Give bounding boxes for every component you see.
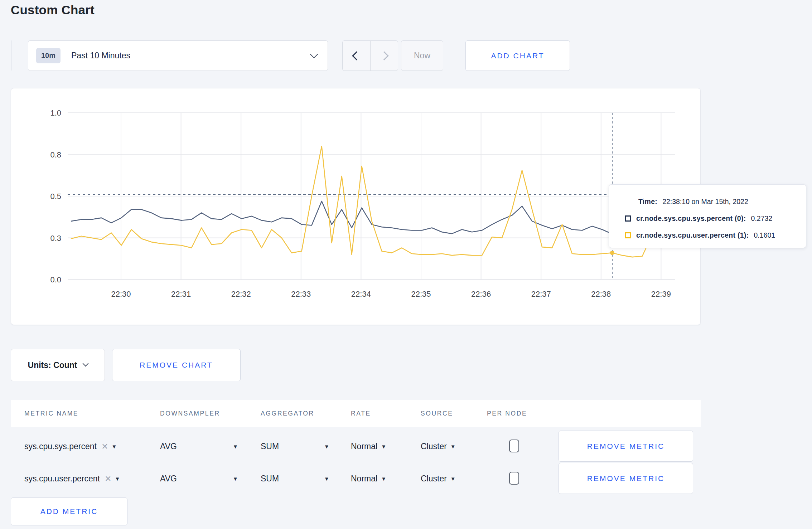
aggregator-value: SUM bbox=[261, 474, 279, 484]
x-axis-tick-label: 22:39 bbox=[651, 290, 671, 299]
tooltip-time-value: 22:38:10 on Mar 15th, 2022 bbox=[662, 198, 748, 206]
caret-down-icon: ▼ bbox=[324, 476, 329, 482]
tooltip-series-user-value: 0.1601 bbox=[754, 231, 775, 239]
toolbar-divider bbox=[11, 40, 11, 71]
caret-down-icon: ▼ bbox=[450, 443, 456, 450]
downsampler-value: AVG bbox=[160, 474, 177, 484]
y-axis-tick-label: 0.3 bbox=[50, 234, 61, 243]
source-select[interactable]: Cluster ▼ bbox=[421, 462, 456, 495]
chart-hover-tooltip: Time: 22:38:10 on Mar 15th, 2022 cr.node… bbox=[609, 184, 806, 248]
aggregator-select[interactable]: SUM ▼ bbox=[261, 462, 343, 495]
remove-chart-button[interactable]: REMOVE CHART bbox=[112, 349, 241, 381]
now-button[interactable]: Now bbox=[401, 40, 443, 71]
metric-name-select[interactable]: sys.cpu.user.percent × ▼ bbox=[24, 462, 120, 495]
prev-time-button[interactable] bbox=[343, 41, 370, 71]
caret-down-icon: ▼ bbox=[233, 476, 238, 482]
tooltip-time-label: Time: bbox=[638, 198, 657, 206]
caret-down-icon: ▼ bbox=[381, 443, 386, 450]
rate-value: Normal bbox=[351, 474, 377, 484]
metric-name-select[interactable]: sys.cpu.sys.percent × ▼ bbox=[24, 430, 117, 462]
x-axis-tick-label: 22:33 bbox=[291, 290, 311, 299]
remove-metric-button[interactable]: REMOVE METRIC bbox=[559, 431, 693, 462]
chevron-down-icon bbox=[310, 50, 318, 58]
units-label: Units: Count bbox=[28, 360, 77, 370]
time-range-badge: 10m bbox=[36, 48, 61, 63]
x-axis-tick-label: 22:37 bbox=[531, 290, 551, 299]
time-range-label: Past 10 Minutes bbox=[71, 51, 130, 60]
y-axis-tick-label: 1.0 bbox=[50, 108, 61, 117]
per-node-checkbox[interactable] bbox=[509, 472, 519, 485]
rate-select[interactable]: Normal ▼ bbox=[351, 462, 386, 495]
series-user-legend-icon bbox=[625, 232, 631, 238]
caret-down-icon: ▼ bbox=[450, 476, 456, 482]
downsampler-select[interactable]: AVG ▼ bbox=[160, 430, 246, 462]
col-header-downsampler: DOWNSAMPLER bbox=[160, 400, 220, 427]
rate-select[interactable]: Normal ▼ bbox=[351, 430, 386, 462]
y-axis-tick-label: 0.5 bbox=[50, 192, 61, 201]
next-time-button[interactable] bbox=[370, 41, 398, 71]
series-sys-legend-icon bbox=[625, 215, 631, 222]
page-title: Custom Chart bbox=[11, 3, 95, 17]
table-row: sys.cpu.user.percent × ▼ AVG ▼ SUM ▼ Nor… bbox=[11, 462, 701, 495]
x-axis-tick-label: 22:30 bbox=[111, 290, 131, 299]
chevron-down-icon bbox=[83, 360, 89, 367]
chevron-left-icon bbox=[352, 51, 361, 60]
col-header-per-node: PER NODE bbox=[487, 400, 527, 427]
chart-card: 0.00.30.50.81.022:3022:3122:3222:3322:34… bbox=[11, 88, 701, 325]
col-header-rate: RATE bbox=[351, 400, 371, 427]
tooltip-series-sys-value: 0.2732 bbox=[751, 214, 773, 223]
clear-metric-icon[interactable]: × bbox=[102, 441, 108, 452]
metric-name-value: sys.cpu.sys.percent bbox=[24, 442, 97, 451]
clear-metric-icon[interactable]: × bbox=[105, 473, 111, 484]
y-axis-tick-label: 0.0 bbox=[50, 275, 61, 284]
caret-down-icon: ▼ bbox=[324, 443, 329, 450]
caret-down-icon: ▼ bbox=[112, 443, 117, 450]
time-step-button-group bbox=[342, 40, 398, 71]
table-row: sys.cpu.sys.percent × ▼ AVG ▼ SUM ▼ Norm… bbox=[11, 430, 701, 462]
col-header-aggregator: AGGREGATOR bbox=[261, 400, 314, 427]
per-node-checkbox[interactable] bbox=[509, 440, 519, 452]
x-axis-tick-label: 22:35 bbox=[411, 290, 431, 299]
downsampler-value: AVG bbox=[160, 442, 177, 451]
col-header-metric-name: METRIC NAME bbox=[24, 400, 78, 427]
add-metric-button[interactable]: ADD METRIC bbox=[11, 498, 127, 525]
timeseries-chart[interactable]: 0.00.30.50.81.022:3022:3122:3222:3322:34… bbox=[11, 88, 700, 325]
remove-metric-button[interactable]: REMOVE METRIC bbox=[559, 463, 693, 494]
x-axis-tick-label: 22:31 bbox=[171, 290, 191, 299]
aggregator-value: SUM bbox=[261, 442, 279, 451]
caret-down-icon: ▼ bbox=[233, 443, 238, 450]
x-axis-tick-label: 22:38 bbox=[591, 290, 611, 299]
metric-name-value: sys.cpu.user.percent bbox=[24, 474, 100, 484]
col-header-source: SOURCE bbox=[421, 400, 453, 427]
chevron-right-icon bbox=[380, 51, 388, 60]
units-dropdown[interactable]: Units: Count bbox=[11, 349, 105, 381]
source-value: Cluster bbox=[421, 442, 447, 451]
source-value: Cluster bbox=[421, 474, 447, 484]
downsampler-select[interactable]: AVG ▼ bbox=[160, 462, 246, 495]
caret-down-icon: ▼ bbox=[381, 476, 386, 482]
add-chart-button[interactable]: ADD CHART bbox=[465, 40, 570, 71]
tooltip-series-user-label: cr.node.sys.cpu.user.percent (1): bbox=[636, 231, 749, 239]
metrics-table-header: METRIC NAME DOWNSAMPLER AGGREGATOR RATE … bbox=[11, 400, 701, 427]
y-axis-tick-label: 0.8 bbox=[50, 150, 61, 159]
x-axis-tick-label: 22:34 bbox=[351, 290, 371, 299]
tooltip-series-sys-label: cr.node.sys.cpu.sys.percent (0): bbox=[636, 214, 746, 223]
time-range-dropdown[interactable]: 10m Past 10 Minutes bbox=[28, 40, 328, 71]
source-select[interactable]: Cluster ▼ bbox=[421, 430, 456, 462]
rate-value: Normal bbox=[351, 442, 377, 451]
aggregator-select[interactable]: SUM ▼ bbox=[261, 430, 343, 462]
caret-down-icon: ▼ bbox=[115, 476, 120, 482]
x-axis-tick-label: 22:36 bbox=[471, 290, 491, 299]
x-axis-tick-label: 22:32 bbox=[231, 290, 251, 299]
